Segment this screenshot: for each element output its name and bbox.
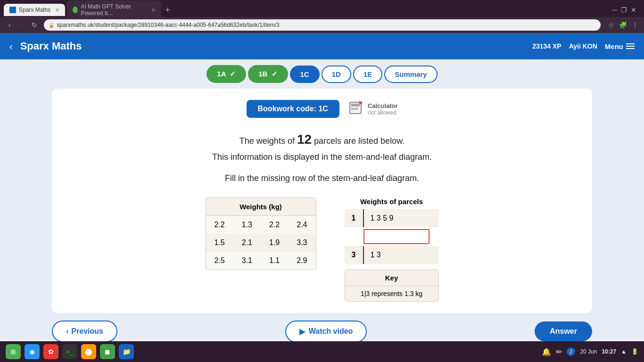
tab-1c[interactable]: 1C: [290, 66, 320, 83]
taskbar-notification-icon[interactable]: 🔔: [542, 347, 551, 356]
leaf-cell-3: 1 3: [363, 246, 439, 264]
leaf-answer-input[interactable]: [363, 229, 429, 244]
main-content: Bookwork code: 1C Calculator not allowed: [52, 89, 592, 313]
answer-label: Answer: [550, 327, 577, 335]
bookwork-bar: Bookwork code: 1C Calculator not allowed: [71, 100, 573, 118]
tab-sparx-label: Sparx Maths: [19, 7, 50, 13]
weight-cell: 2.5: [206, 252, 233, 270]
tab-sparx-close[interactable]: ✕: [55, 7, 59, 13]
key-content: 1|3 represents 1.3 kg: [345, 286, 438, 301]
back-button[interactable]: ‹: [9, 41, 13, 52]
tab-ai-close[interactable]: ✕: [151, 7, 156, 13]
tab-sparx[interactable]: Sparx Maths ✕: [4, 4, 65, 16]
stem-leaf-diagram: Weights of parcels 1 1 3 5 9 3: [345, 197, 439, 302]
question-line2: This information is displayed in the ste…: [212, 152, 432, 162]
stem-leaf-table: 1 1 3 5 9 3 1 3: [345, 209, 439, 264]
tab-ai[interactable]: AI Math GPT Solver Powered b... ✕: [67, 0, 161, 19]
prev-arrow-icon: ‹: [66, 327, 68, 336]
stem-leaf-row-3: 3 1 3: [345, 246, 439, 264]
stem-leaf-key: Key 1|3 represents 1.3 kg: [345, 270, 439, 302]
leaf-cell-1: 1 3 5 9: [363, 209, 439, 227]
tab-1a[interactable]: 1A ✓: [206, 65, 246, 83]
username-display: Ayii KON: [569, 42, 597, 50]
svg-rect-2: [351, 108, 353, 110]
task-tab-navigation: 1A ✓ 1B ✓ 1C 1D 1E Summary: [0, 59, 644, 89]
new-tab-button[interactable]: +: [165, 5, 170, 15]
stem-cell-1: 1: [345, 209, 363, 227]
forward-nav-button[interactable]: ›: [17, 20, 25, 30]
close-button[interactable]: ✕: [631, 6, 636, 14]
answer-button[interactable]: Answer: [535, 321, 592, 341]
tab-1e[interactable]: 1E: [353, 66, 382, 83]
weight-cell: 2.2: [261, 215, 288, 234]
stem-cell-3: 3: [345, 246, 363, 264]
tab-ai-label: AI Math GPT Solver Powered b...: [81, 3, 147, 16]
svg-rect-4: [356, 108, 358, 110]
tab-1b[interactable]: 1B ✓: [248, 65, 288, 83]
header-right: 23134 XP Ayii KON Menu: [532, 42, 635, 50]
stem-leaf-input-row: [345, 227, 439, 246]
secure-icon: 🔒: [49, 23, 54, 28]
stem-leaf-title: Weights of parcels: [345, 197, 439, 206]
weight-cell: 2.1: [233, 234, 261, 252]
taskbar-maps-icon[interactable]: ◉: [25, 344, 40, 359]
menu-button[interactable]: Menu: [605, 42, 635, 50]
taskbar-files-icon[interactable]: 📁: [119, 344, 134, 359]
weights-table: Weights (kg) 2.2 1.3 2.2 2.4 1.5 2.1 1.9…: [206, 197, 316, 270]
question-line1-prefix: The weights of: [239, 136, 297, 146]
table-row: 2.5 3.1 1.1 2.9: [206, 252, 316, 270]
battery-icon: 🔋: [631, 348, 638, 355]
restore-button[interactable]: ❐: [621, 6, 627, 14]
xp-display: 23134 XP: [532, 42, 561, 50]
taskbar-app5-icon[interactable]: ◼: [100, 344, 115, 359]
menu-label: Menu: [605, 42, 623, 50]
back-nav-button[interactable]: ‹: [6, 20, 14, 30]
weight-cell: 2.2: [206, 215, 233, 234]
weight-cell: 1.3: [233, 215, 261, 234]
taskbar-stylus-icon[interactable]: ✏: [556, 347, 562, 356]
tab-summary[interactable]: Summary: [384, 66, 437, 83]
hamburger-icon: [626, 43, 635, 49]
extension-icon[interactable]: 🧩: [619, 21, 627, 29]
question-number: 12: [297, 132, 312, 147]
question-line1-suffix: parcels are listed below.: [312, 136, 405, 146]
table-row: 1.5 2.1 1.9 3.3: [206, 234, 316, 252]
taskbar-app3-icon[interactable]: ✿: [43, 344, 58, 359]
taskbar-right: 🔔 ✏ 2 20 Jun 10:27 ▲ 🔋: [542, 347, 638, 356]
diagram-area: Weights (kg) 2.2 1.3 2.2 2.4 1.5 2.1 1.9…: [71, 197, 573, 302]
stem-leaf-row-1: 1 1 3 5 9: [345, 209, 439, 227]
tab-1d[interactable]: 1D: [322, 66, 351, 83]
address-bar[interactable]: 🔒 sparxmaths.uk/student/package/28910346…: [44, 19, 601, 31]
previous-label: Previous: [71, 327, 103, 336]
weight-cell: 2.4: [288, 215, 315, 234]
wifi-icon: ▲: [621, 348, 627, 355]
weight-cell: 1.9: [261, 234, 288, 252]
taskbar-date: 20 Jun: [580, 348, 597, 355]
svg-rect-3: [354, 108, 355, 110]
check-icon-1b: ✓: [272, 70, 278, 78]
key-title: Key: [345, 270, 438, 286]
calculator-text: Calculator not allowed: [368, 102, 398, 116]
watch-video-label: Watch video: [309, 327, 353, 336]
app-header: ‹ Sparx Maths 23134 XP Ayii KON Menu: [0, 33, 644, 59]
taskbar-badge: 2: [567, 347, 575, 356]
taskbar-terminal-icon[interactable]: >_: [62, 344, 77, 359]
minimize-button[interactable]: ─: [612, 6, 617, 14]
svg-rect-1: [351, 104, 360, 107]
calculator-icon: [349, 101, 364, 116]
weight-cell: 1.5: [206, 234, 233, 252]
watch-video-button[interactable]: ▶ Watch video: [285, 321, 367, 343]
url-text: sparxmaths.uk/student/package/28910346-a…: [57, 22, 279, 28]
weight-cell: 3.3: [288, 234, 315, 252]
previous-button[interactable]: ‹ Previous: [52, 321, 117, 342]
taskbar-chrome-icon[interactable]: ⬤: [81, 344, 96, 359]
bookwork-code: Bookwork code: 1C: [247, 100, 339, 118]
stem-cell-2-empty: [345, 227, 363, 246]
taskbar-time: 10:27: [602, 348, 616, 355]
bookmark-icon[interactable]: ☆: [608, 21, 614, 29]
reload-button[interactable]: ↻: [29, 20, 40, 30]
ai-favicon: [73, 7, 78, 13]
check-icon-1a: ✓: [230, 70, 236, 78]
taskbar-sheets-icon[interactable]: ⊞: [6, 344, 21, 359]
menu-icon[interactable]: ⋮: [632, 21, 638, 29]
